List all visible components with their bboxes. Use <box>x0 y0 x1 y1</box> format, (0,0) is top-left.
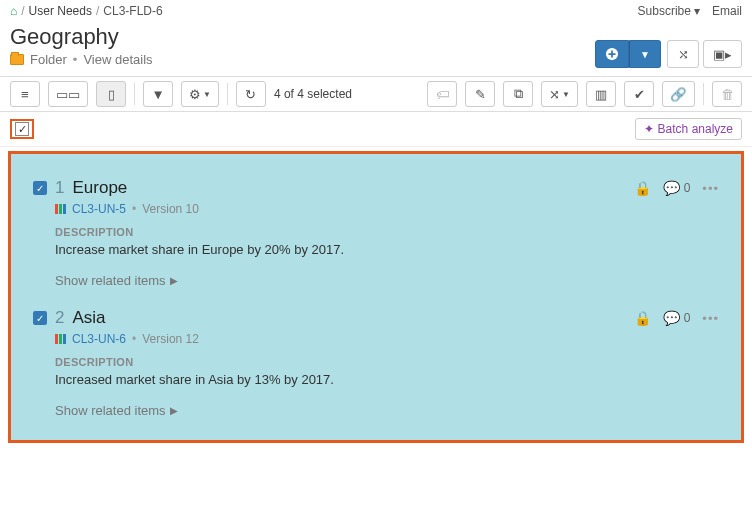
view-list-button[interactable]: ≡ <box>10 81 40 107</box>
chevron-down-icon: ▼ <box>562 90 570 99</box>
tag-button[interactable]: 🏷 <box>427 81 457 107</box>
approve-button[interactable]: ✔ <box>624 81 654 107</box>
item-title[interactable]: Asia <box>72 308 105 328</box>
view-reading-button[interactable]: ▭▭ <box>48 81 88 107</box>
item-version: Version 10 <box>142 202 199 216</box>
lock-icon: 🔒 <box>634 310 651 326</box>
book-icon: ▭▭ <box>56 87 80 102</box>
selected-items-panel: ✓ 1 Europe 🔒 💬 0 ••• CL3-UN-5 • Version … <box>8 151 744 443</box>
convert-button[interactable]: ⤭ <box>667 40 699 68</box>
view-document-button[interactable]: ▯ <box>96 81 126 107</box>
comment-icon: 💬 <box>663 180 680 196</box>
shuffle-icon: ⤨ <box>549 87 560 102</box>
refresh-button[interactable]: ↻ <box>236 81 266 107</box>
settings-button[interactable]: ⚙▼ <box>181 81 219 107</box>
branch-icon: ⤭ <box>678 47 689 62</box>
comment-count: 0 <box>684 181 691 195</box>
chevron-down-icon: ▼ <box>640 49 650 60</box>
batch-analyze-button[interactable]: ✦ Batch analyze <box>635 118 742 140</box>
edit-button[interactable]: ✎ <box>465 81 495 107</box>
filter-button[interactable]: ▼ <box>143 81 173 107</box>
breadcrumb-current: CL3-FLD-6 <box>103 4 162 18</box>
delete-button[interactable]: 🗑 <box>712 81 742 107</box>
check-circle-icon: ✔ <box>634 87 645 102</box>
plus-circle-icon <box>605 47 619 61</box>
breadcrumb-sep: / <box>21 4 24 18</box>
link-icon: 🔗 <box>670 87 687 102</box>
caret-right-icon: ▶ <box>170 405 178 416</box>
breadcrumb-sep: / <box>96 4 99 18</box>
item-type-label: Folder <box>30 52 67 67</box>
item-number: 2 <box>55 308 64 328</box>
select-all-highlight: ✓ <box>10 119 34 139</box>
breadcrumb: ⌂ / User Needs / CL3-FLD-6 Subscribe ▾ E… <box>0 0 752 22</box>
folder-icon <box>10 54 24 65</box>
add-dropdown-button[interactable]: ▼ <box>629 40 661 68</box>
description-label: DESCRIPTION <box>55 226 719 238</box>
view-details-link[interactable]: View details <box>83 52 152 67</box>
refresh-icon: ↻ <box>245 87 256 102</box>
export-icon: ▣▸ <box>713 47 732 62</box>
list-item: ✓ 2 Asia 🔒 💬 0 ••• CL3-UN-6 • Version 12… <box>15 300 737 430</box>
separator-dot: • <box>73 52 78 67</box>
item-number: 1 <box>55 178 64 198</box>
copy-button[interactable]: ⧉ <box>503 81 533 107</box>
add-button[interactable] <box>595 40 629 68</box>
separator-dot: • <box>132 332 136 346</box>
breadcrumb-parent[interactable]: User Needs <box>29 4 92 18</box>
list-icon: ≡ <box>21 87 29 102</box>
export-button[interactable]: ▣▸ <box>703 40 742 68</box>
caret-right-icon: ▶ <box>170 275 178 286</box>
chevron-down-icon: ▾ <box>694 4 700 18</box>
item-title[interactable]: Europe <box>72 178 127 198</box>
document-icon: ▯ <box>108 87 115 102</box>
comments-button[interactable]: 💬 0 <box>663 310 691 326</box>
copy-icon: ⧉ <box>514 86 523 102</box>
lock-icon: 🔒 <box>634 180 651 196</box>
description-text: Increase market share in Europe by 20% b… <box>55 242 719 257</box>
list-item: ✓ 1 Europe 🔒 💬 0 ••• CL3-UN-5 • Version … <box>15 170 737 300</box>
subscribe-link[interactable]: Subscribe ▾ <box>638 4 700 18</box>
comments-button[interactable]: 💬 0 <box>663 180 691 196</box>
link-button[interactable]: 🔗 <box>662 81 695 107</box>
gear-icon: ⚙ <box>189 87 201 102</box>
item-id-link[interactable]: CL3-UN-5 <box>72 202 126 216</box>
page-title: Geography <box>10 24 153 50</box>
shuffle-button[interactable]: ⤨▼ <box>541 81 578 107</box>
item-checkbox[interactable]: ✓ <box>33 181 47 195</box>
chevron-down-icon: ▼ <box>203 90 211 99</box>
item-checkbox[interactable]: ✓ <box>33 311 47 325</box>
description-label: DESCRIPTION <box>55 356 719 368</box>
tree-icon: ⌂ <box>10 4 17 18</box>
selection-count: 4 of 4 selected <box>274 87 352 101</box>
tag-icon: 🏷 <box>436 87 449 102</box>
item-more-button[interactable]: ••• <box>702 181 719 196</box>
archive-button[interactable]: ▥ <box>586 81 616 107</box>
list-toolbar: ≡ ▭▭ ▯ ▼ ⚙▼ ↻ 4 of 4 selected 🏷 ✎ ⧉ ⤨▼ ▥… <box>0 76 752 112</box>
email-link[interactable]: Email <box>712 4 742 18</box>
status-bars-icon <box>55 204 66 214</box>
add-button-group: ▼ <box>595 40 661 68</box>
select-all-checkbox[interactable]: ✓ <box>15 122 29 136</box>
trash-icon: 🗑 <box>721 87 734 102</box>
show-related-toggle[interactable]: Show related items▶ <box>55 273 178 288</box>
item-more-button[interactable]: ••• <box>702 311 719 326</box>
item-id-link[interactable]: CL3-UN-6 <box>72 332 126 346</box>
comment-icon: 💬 <box>663 310 680 326</box>
separator-dot: • <box>132 202 136 216</box>
item-version: Version 12 <box>142 332 199 346</box>
archive-icon: ▥ <box>595 87 607 102</box>
sparkle-icon: ✦ <box>644 122 654 136</box>
comment-count: 0 <box>684 311 691 325</box>
show-related-toggle[interactable]: Show related items▶ <box>55 403 178 418</box>
filter-icon: ▼ <box>151 87 164 102</box>
description-text: Increased market share in Asia by 13% by… <box>55 372 719 387</box>
status-bars-icon <box>55 334 66 344</box>
pencil-icon: ✎ <box>475 87 486 102</box>
